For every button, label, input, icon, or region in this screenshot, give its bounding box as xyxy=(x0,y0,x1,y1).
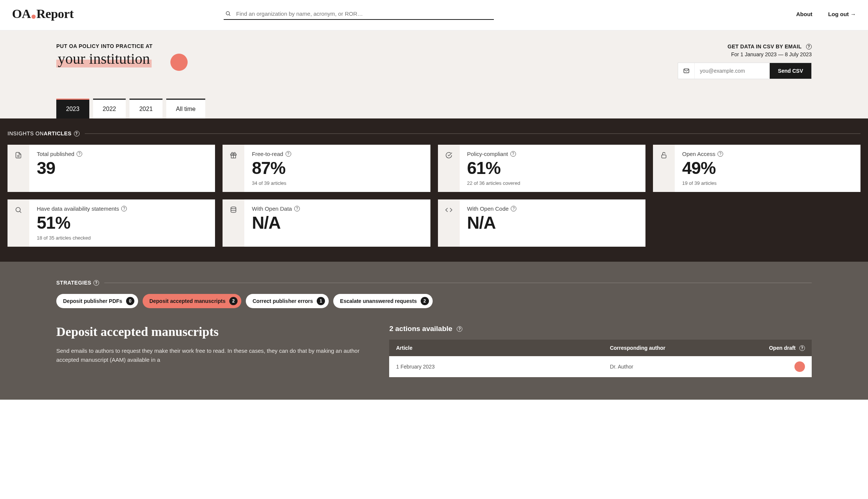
search-icon xyxy=(225,10,231,16)
chip-count-badge: 2 xyxy=(229,297,238,305)
year-tabs: 2023 2022 2021 All time xyxy=(56,99,812,118)
card-value: 51% xyxy=(37,213,127,233)
check-circle-icon xyxy=(438,145,460,192)
nav-right: About Log out → xyxy=(796,11,856,17)
insights-section: INSIGHTS ON ARTICLES ? Total published ?… xyxy=(0,118,868,262)
insight-card[interactable]: With Open Code ?N/A xyxy=(438,199,645,247)
chip-label: Escalate unanswered requests xyxy=(340,298,417,304)
card-value: 39 xyxy=(37,158,82,178)
svg-rect-8 xyxy=(662,155,666,158)
insight-cards-grid: Total published ?39Free-to-read ?87%34 o… xyxy=(8,145,860,247)
card-subtext: 22 of 36 articles covered xyxy=(467,180,520,186)
help-icon[interactable]: ? xyxy=(799,345,805,351)
help-icon[interactable]: ? xyxy=(77,151,82,157)
logo-dot-icon xyxy=(32,15,36,19)
logo-text-right: Report xyxy=(36,7,74,21)
strategy-chips: Deposit publisher PDFs0Deposit accepted … xyxy=(56,294,812,308)
insight-card[interactable]: Policy-compliant ?61%22 of 36 articles c… xyxy=(438,145,645,192)
insight-card[interactable]: Total published ?39 xyxy=(8,145,215,192)
csv-date-range: For 1 January 2023 — 8 July 2023 xyxy=(678,51,812,57)
about-link[interactable]: About xyxy=(796,11,812,17)
help-icon[interactable]: ? xyxy=(93,280,99,286)
help-icon[interactable]: ? xyxy=(511,206,516,211)
help-icon[interactable]: ? xyxy=(294,206,300,211)
card-label: Policy-compliant ? xyxy=(467,151,520,157)
help-icon[interactable]: ? xyxy=(457,326,462,332)
svg-point-11 xyxy=(231,207,236,209)
help-icon[interactable]: ? xyxy=(510,151,516,157)
search-input[interactable] xyxy=(236,10,492,17)
insight-card[interactable]: Free-to-read ?87%34 of 39 articles xyxy=(223,145,430,192)
csv-export-label: GET DATA IN CSV BY EMAIL ? xyxy=(728,43,812,49)
hero-section: PUT OA POLICY INTO PRACTICE AT your inst… xyxy=(0,30,868,118)
logout-link[interactable]: Log out → xyxy=(828,11,856,17)
csv-email-row: Send CSV xyxy=(678,63,812,79)
search-field[interactable] xyxy=(224,8,494,20)
help-icon[interactable]: ? xyxy=(74,131,80,136)
database-icon xyxy=(223,199,244,247)
chip-count-badge: 2 xyxy=(421,297,429,305)
strategy-chip[interactable]: Deposit accepted manuscripts2 xyxy=(143,294,241,308)
insights-heading: INSIGHTS ON ARTICLES ? xyxy=(8,130,860,136)
insight-card[interactable]: Open Access ?49%19 of 39 articles xyxy=(653,145,860,192)
col-author: Corresponding author xyxy=(610,345,752,351)
strategies-heading: STRATEGIES ? xyxy=(56,280,812,286)
svg-line-10 xyxy=(20,211,21,213)
help-icon[interactable]: ? xyxy=(286,151,291,157)
logo[interactable]: OA Report xyxy=(12,7,74,21)
tab-2021[interactable]: 2021 xyxy=(129,99,162,118)
file-icon xyxy=(8,145,29,192)
svg-point-9 xyxy=(16,207,20,212)
actions-available-heading: 2 actions available ? xyxy=(389,325,812,333)
card-label: With Open Data ? xyxy=(252,205,300,212)
card-subtext: 34 of 39 articles xyxy=(252,180,291,186)
insight-card[interactable]: Have data availability statements ?51%18… xyxy=(8,199,215,247)
hero-title: your institution xyxy=(56,50,152,67)
svg-line-1 xyxy=(229,15,230,16)
strategies-section: STRATEGIES ? Deposit publisher PDFs0Depo… xyxy=(0,262,868,400)
actions-table: Article Corresponding author Open draft … xyxy=(389,340,812,377)
help-icon[interactable]: ? xyxy=(718,151,723,157)
card-value: 49% xyxy=(682,158,723,178)
card-label: Free-to-read ? xyxy=(252,151,291,157)
search-icon xyxy=(8,199,29,247)
card-subtext: 19 of 39 articles xyxy=(682,180,723,186)
card-value: 61% xyxy=(467,158,520,178)
chip-label: Deposit publisher PDFs xyxy=(63,298,122,304)
send-csv-button[interactable]: Send CSV xyxy=(770,63,811,79)
hero-kicker: PUT OA POLICY INTO PRACTICE AT xyxy=(56,43,188,49)
top-navbar: OA Report About Log out → xyxy=(0,0,868,30)
strategy-description: Send emails to authors to request they m… xyxy=(56,346,373,364)
help-icon[interactable]: ? xyxy=(806,44,812,49)
strategy-title: Deposit accepted manuscripts xyxy=(56,325,373,339)
insight-card[interactable]: With Open Data ?N/A xyxy=(223,199,430,247)
card-label: With Open Code ? xyxy=(467,205,517,212)
card-subtext: 18 of 35 articles checked xyxy=(37,235,127,241)
hero-circle-icon xyxy=(170,54,188,71)
cell-author: Dr. Author xyxy=(610,364,752,370)
logo-text-left: OA xyxy=(12,7,31,21)
open-draft-button[interactable] xyxy=(794,361,805,372)
table-header-row: Article Corresponding author Open draft … xyxy=(389,340,812,356)
code-icon xyxy=(438,199,460,247)
card-label: Have data availability statements ? xyxy=(37,205,127,212)
chip-count-badge: 1 xyxy=(317,297,325,305)
strategy-chip[interactable]: Correct publisher errors1 xyxy=(246,294,329,308)
gift-icon xyxy=(223,145,244,192)
tab-2022[interactable]: 2022 xyxy=(93,99,126,118)
col-article: Article xyxy=(396,345,610,351)
tab-2023[interactable]: 2023 xyxy=(56,99,89,118)
table-row[interactable]: 1 February 2023 Dr. Author xyxy=(389,356,812,377)
unlock-icon xyxy=(653,145,675,192)
col-open-draft: Open draft ? xyxy=(752,345,805,351)
card-value: N/A xyxy=(467,213,517,233)
strategy-chip[interactable]: Deposit publisher PDFs0 xyxy=(56,294,138,308)
card-value: 87% xyxy=(252,158,291,178)
card-label: Total published ? xyxy=(37,151,82,157)
chip-count-badge: 0 xyxy=(126,297,134,305)
tab-all-time[interactable]: All time xyxy=(166,99,205,118)
mail-icon xyxy=(678,63,695,79)
help-icon[interactable]: ? xyxy=(121,206,127,211)
csv-email-input[interactable] xyxy=(695,63,770,79)
strategy-chip[interactable]: Escalate unanswered requests2 xyxy=(333,294,433,308)
